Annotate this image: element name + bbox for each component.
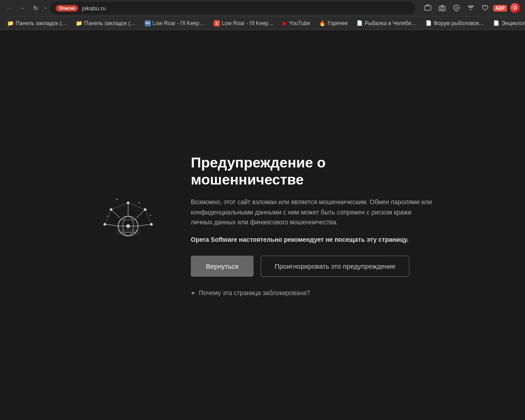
why-blocked-text: Почему эта страница заблокирована?: [199, 289, 310, 296]
page-icon: 📄: [357, 20, 363, 26]
svg-point-22: [116, 198, 118, 200]
page-icon: 📄: [493, 20, 499, 26]
svg-line-26: [111, 203, 128, 210]
svg-point-23: [139, 202, 140, 203]
bookmark-label: Горячее: [327, 20, 348, 26]
address-bar[interactable]: Опасно pikabu.ru: [50, 2, 415, 14]
warning-body-text: Возможно, этот сайт взломан или является…: [191, 197, 433, 227]
bookmark-label: Low Roar - I'll Keep…: [153, 20, 205, 26]
svg-point-5: [116, 228, 141, 236]
shield-x-icon[interactable]: [450, 2, 463, 14]
bookmark-label: Форум рыболовов…: [434, 20, 484, 26]
svg-line-21: [138, 224, 150, 226]
bookmark-item[interactable]: Z Low Roar - I'll Keep…: [210, 19, 277, 27]
warning-content: Предупреждение о мошенничестве Возможно,…: [191, 154, 433, 297]
flow-icon[interactable]: [465, 2, 477, 14]
svg-line-27: [128, 203, 145, 210]
bookmark-item[interactable]: 📄 Энциклопедия ме…: [490, 19, 525, 27]
opera-menu-icon[interactable]: O: [509, 2, 521, 14]
page-title: Предупреждение о мошенничестве: [191, 154, 433, 189]
page-content: Предупреждение о мошенничестве Возможно,…: [0, 30, 525, 420]
bookmark-item[interactable]: VK Low Roar - I'll Keep…: [141, 19, 208, 27]
danger-badge: Опасно: [56, 5, 78, 12]
warning-recommend-text: Opera Software настоятельно рекомендует …: [191, 236, 433, 243]
folder-icon: 📁: [76, 20, 82, 26]
page-icon: 📄: [426, 20, 432, 26]
bookmark-item[interactable]: 📄 Рыбалка в Челяби…: [353, 19, 420, 27]
svg-point-2: [441, 7, 443, 10]
toolbar-icons: ABP O: [422, 2, 521, 14]
fire-icon: 🔥: [319, 20, 326, 26]
svg-point-24: [150, 214, 151, 216]
heart-icon[interactable]: [479, 2, 491, 14]
action-buttons: Вернуться Проигнорировать это предупрежд…: [191, 256, 433, 277]
bookmark-label: Панель закладок (…: [16, 20, 67, 26]
bookmark-item[interactable]: 📄 Форум рыболовов…: [422, 19, 488, 27]
url-text: pikabu.ru: [82, 5, 106, 12]
bookmark-item[interactable]: 📁 Панель закладок (…: [72, 19, 139, 27]
warning-container: Предупреждение о мошенничестве Возможно,…: [83, 154, 442, 297]
bookmarks-bar: 📁 Панель закладок (… 📁 Панель закладок (…: [0, 16, 525, 30]
why-blocked-link[interactable]: ► Почему эта страница заблокирована?: [191, 289, 433, 296]
vk-icon: VK: [145, 20, 151, 26]
svg-line-19: [106, 224, 118, 226]
bookmark-item[interactable]: ▶ YouTube: [279, 19, 314, 27]
back-button[interactable]: ←: [4, 3, 14, 13]
bookmark-item[interactable]: 🔥 Горячее: [315, 19, 351, 27]
fraud-illustration: [92, 189, 164, 261]
opera-logo: O: [510, 3, 520, 13]
top-bar: ← → ↻ Опасно pikabu.ru: [0, 0, 525, 16]
separator: [45, 7, 47, 9]
ignore-button[interactable]: Проигнорировать это предупреждение: [261, 256, 409, 277]
bookmark-label: Панель закладок (…: [84, 20, 135, 26]
svg-rect-0: [425, 6, 431, 10]
bookmark-label: Энциклопедия ме…: [501, 20, 525, 26]
reload-button[interactable]: ↻: [30, 3, 41, 13]
forward-button[interactable]: →: [17, 3, 28, 13]
bookmark-label: Рыбалка в Челяби…: [365, 20, 416, 26]
svg-line-15: [112, 210, 120, 218]
bookmark-item[interactable]: 📁 Панель закладок (…: [4, 19, 70, 27]
folder-icon: 📁: [7, 20, 14, 26]
svg-line-29: [145, 210, 151, 224]
youtube-icon: ▶: [283, 20, 287, 26]
svg-point-11: [126, 224, 130, 228]
camera-icon[interactable]: [436, 2, 448, 14]
bookmark-label: Low Roar - I'll Keep…: [222, 20, 274, 26]
z-icon: Z: [214, 20, 220, 26]
capture-icon[interactable]: [422, 2, 434, 14]
browser-chrome: ← → ↻ Опасно pikabu.ru: [0, 0, 525, 30]
chevron-right-icon: ►: [191, 290, 196, 296]
adblock-badge[interactable]: ABP: [493, 5, 507, 12]
svg-line-17: [136, 210, 144, 218]
back-button[interactable]: Вернуться: [191, 256, 254, 277]
bookmark-label: YouTube: [289, 20, 310, 26]
svg-line-28: [105, 210, 111, 224]
